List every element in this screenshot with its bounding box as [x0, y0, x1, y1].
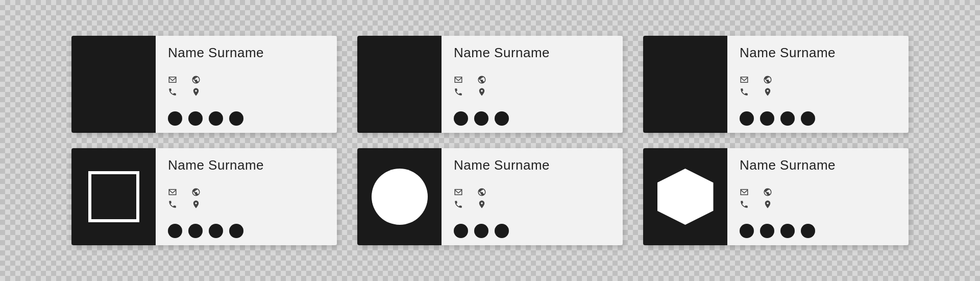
icon-group-contact-5: [454, 188, 463, 209]
location-icon-item-5: [477, 200, 486, 209]
icon-group-contact-4: [168, 188, 177, 209]
phone-icon: [168, 200, 177, 209]
icon-group-contact-1: [168, 75, 177, 97]
location-icon: [477, 200, 486, 209]
card-image-area-1: [71, 36, 156, 133]
social-dot-2-3[interactable]: [495, 111, 509, 126]
phone-icon: [454, 87, 463, 97]
web-icon: [191, 188, 201, 197]
phone-icon-item-4: [168, 200, 177, 209]
location-icon: [763, 87, 772, 97]
icon-group-web-2: [477, 75, 486, 97]
card-name-3: Name Surname: [740, 45, 898, 61]
business-card-3: Name Surname: [643, 36, 909, 133]
social-dots-row-3: [740, 111, 898, 126]
web-icon-item-5: [477, 188, 486, 197]
social-dot-2-2[interactable]: [474, 111, 488, 126]
card-icons-row-3: [740, 75, 898, 97]
card-content-6: Name Surname: [727, 148, 909, 245]
phone-icon: [740, 87, 749, 97]
email-icon-item-3: [740, 75, 749, 84]
card-image-area-3: [643, 36, 727, 133]
business-card-1: Name Surname: [71, 36, 337, 133]
icon-group-contact-2: [454, 75, 463, 97]
social-dot-4-3[interactable]: [209, 224, 223, 238]
web-icon-item-2: [477, 75, 486, 84]
social-dot-5-3[interactable]: [495, 224, 509, 238]
location-icon: [477, 87, 486, 97]
social-dot-3-2[interactable]: [760, 111, 774, 126]
location-icon: [191, 87, 201, 97]
web-icon: [763, 75, 772, 84]
card-name-6: Name Surname: [740, 157, 898, 173]
card-content-3: Name Surname: [727, 36, 909, 133]
social-dot-3-4[interactable]: [801, 111, 815, 126]
location-icon: [763, 200, 772, 209]
business-card-2: Name Surname: [357, 36, 623, 133]
social-dot-1-3[interactable]: [209, 111, 223, 126]
social-dots-row-4: [168, 224, 327, 238]
phone-icon-item-1: [168, 87, 177, 97]
card-name-4: Name Surname: [168, 157, 327, 173]
web-icon-item-4: [191, 188, 201, 197]
email-icon-item-1: [168, 75, 177, 84]
icon-group-contact-3: [740, 75, 749, 97]
card-icons-row-6: [740, 188, 898, 209]
card-icons-row-1: [168, 75, 327, 97]
web-icon: [477, 75, 486, 84]
social-dot-3-3[interactable]: [780, 111, 795, 126]
business-card-5: Name Surname: [357, 148, 623, 245]
social-dot-2-1[interactable]: [454, 111, 468, 126]
email-icon: [740, 75, 749, 84]
card-image-area-4: [71, 148, 156, 245]
cards-grid: Name SurnameName SurnameName SurnameName…: [71, 36, 909, 245]
web-icon: [763, 188, 772, 197]
social-dot-1-2[interactable]: [188, 111, 203, 126]
social-dot-4-4[interactable]: [229, 224, 243, 238]
social-dot-1-4[interactable]: [229, 111, 243, 126]
web-icon-item-3: [763, 75, 772, 84]
social-dot-6-3[interactable]: [780, 224, 795, 238]
social-dot-5-1[interactable]: [454, 224, 468, 238]
social-dot-6-2[interactable]: [760, 224, 774, 238]
card-image-area-5: [357, 148, 442, 245]
icon-group-web-6: [763, 188, 772, 209]
business-card-4: Name Surname: [71, 148, 337, 245]
card-icons-row-4: [168, 188, 327, 209]
location-icon: [191, 200, 201, 209]
email-icon-item-6: [740, 188, 749, 197]
icon-group-web-3: [763, 75, 772, 97]
icon-group-web-4: [191, 188, 201, 209]
location-icon-item-6: [763, 200, 772, 209]
web-icon: [477, 188, 486, 197]
phone-icon-item-3: [740, 87, 749, 97]
card-content-1: Name Surname: [156, 36, 337, 133]
social-dot-3-1[interactable]: [740, 111, 754, 126]
email-icon-item-5: [454, 188, 463, 197]
card-image-area-2: [357, 36, 442, 133]
card-icons-row-2: [454, 75, 612, 97]
social-dot-5-2[interactable]: [474, 224, 488, 238]
card-name-2: Name Surname: [454, 45, 612, 61]
social-dot-6-1[interactable]: [740, 224, 754, 238]
email-icon: [168, 75, 177, 84]
social-dot-4-1[interactable]: [168, 224, 182, 238]
social-dot-4-2[interactable]: [188, 224, 203, 238]
card-name-5: Name Surname: [454, 157, 612, 173]
social-dots-row-6: [740, 224, 898, 238]
card-content-2: Name Surname: [442, 36, 623, 133]
phone-icon-item-5: [454, 200, 463, 209]
social-dot-1-1[interactable]: [168, 111, 182, 126]
card-content-5: Name Surname: [442, 148, 623, 245]
phone-icon: [454, 200, 463, 209]
email-icon: [454, 75, 463, 84]
phone-icon-item-6: [740, 200, 749, 209]
email-icon-item-4: [168, 188, 177, 197]
location-icon-item-1: [191, 87, 201, 97]
social-dots-row-2: [454, 111, 612, 126]
business-card-6: Name Surname: [643, 148, 909, 245]
social-dot-6-4[interactable]: [801, 224, 815, 238]
web-icon: [191, 75, 201, 84]
web-icon-item-6: [763, 188, 772, 197]
email-icon: [740, 188, 749, 197]
